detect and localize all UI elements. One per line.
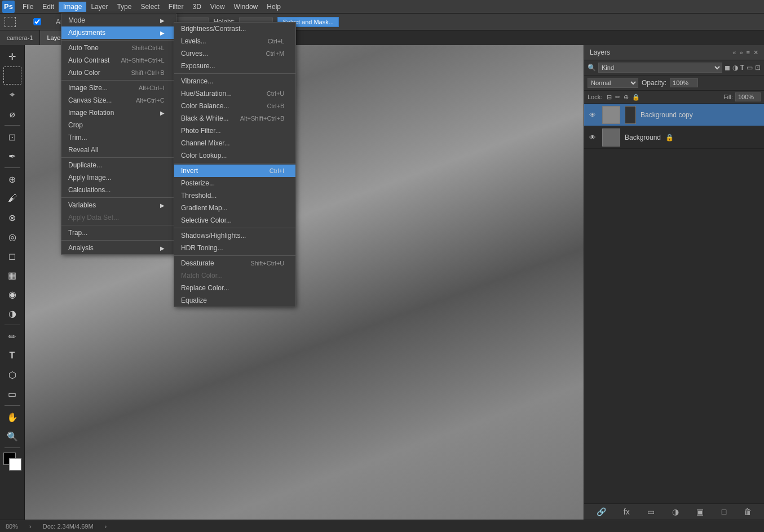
adj-curves[interactable]: Curves... Ctrl+M xyxy=(174,47,295,60)
layers-kind-select[interactable]: Kind xyxy=(598,63,722,73)
new-group-button[interactable]: ▣ xyxy=(696,507,704,516)
adj-shadows-highlights[interactable]: Shadows/Highlights... xyxy=(174,229,295,242)
adj-hdr-toning[interactable]: HDR Toning... xyxy=(174,242,295,254)
image-menu-apply-data-set[interactable]: Apply Data Set... xyxy=(61,211,176,224)
layer-visibility-eye-bg[interactable]: 👁 xyxy=(588,132,598,143)
lock-all-icon[interactable]: 🔒 xyxy=(632,94,640,101)
layer-visibility-eye[interactable]: 👁 xyxy=(588,110,598,120)
fill-input[interactable] xyxy=(735,92,761,101)
adj-replace-color[interactable]: Replace Color... xyxy=(174,282,295,294)
adj-black-white[interactable]: Black & White... Alt+Shift+Ctrl+B xyxy=(174,112,295,125)
pixel-filter-icon[interactable]: ◼ xyxy=(725,64,730,72)
menu-item-image[interactable]: Image xyxy=(59,2,86,12)
adj-hue-saturation[interactable]: Hue/Saturation... Ctrl+U xyxy=(174,87,295,100)
menu-item-view[interactable]: View xyxy=(206,2,229,12)
lock-pixels-icon[interactable]: ⊟ xyxy=(607,94,612,101)
blur-tool[interactable]: ◉ xyxy=(3,285,21,303)
zoom-tool[interactable]: 🔍 xyxy=(3,427,21,445)
shape-filter-icon[interactable]: ▭ xyxy=(747,64,753,72)
eyedropper-tool[interactable]: ✒ xyxy=(3,147,21,165)
add-mask-button[interactable]: ▭ xyxy=(647,507,655,516)
new-adjustment-button[interactable]: ◑ xyxy=(672,507,679,516)
adj-match-color[interactable]: Match Color... xyxy=(174,269,295,282)
eraser-tool[interactable]: ◻ xyxy=(3,247,21,265)
adj-equalize[interactable]: Equalize xyxy=(174,294,295,307)
adj-brightness-contrast[interactable]: Brightness/Contrast... xyxy=(174,23,295,35)
panel-menu-icon[interactable]: ≡ xyxy=(747,49,750,56)
layer-item-background-copy[interactable]: 👁 Background copy xyxy=(584,104,764,126)
background-color[interactable] xyxy=(9,458,21,471)
image-menu-calculations[interactable]: Calculations... xyxy=(61,184,176,196)
adj-color-balance[interactable]: Color Balance... Ctrl+B xyxy=(174,100,295,112)
layer-item-background[interactable]: 👁 Background 🔒 xyxy=(584,126,764,149)
panel-close-icon[interactable]: ✕ xyxy=(753,49,758,56)
adj-vibrance[interactable]: Vibrance... xyxy=(174,75,295,87)
image-menu-variables[interactable]: Variables ▶ xyxy=(61,199,176,211)
menu-item-filter[interactable]: Filter xyxy=(164,2,188,12)
hand-tool[interactable]: ✋ xyxy=(3,408,21,426)
image-menu-canvas-size[interactable]: Canvas Size... Alt+Ctrl+C xyxy=(61,94,176,107)
adj-gradient-map[interactable]: Gradient Map... xyxy=(174,202,295,214)
menu-item-type[interactable]: Type xyxy=(112,2,136,12)
menu-item-layer[interactable]: Layer xyxy=(86,2,112,12)
adjustment-filter-icon[interactable]: ◑ xyxy=(732,64,738,72)
shape-tool[interactable]: ▭ xyxy=(3,385,21,403)
image-menu-crop[interactable]: Crop xyxy=(61,119,176,131)
gradient-tool[interactable]: ▦ xyxy=(3,266,21,284)
image-menu-image-rotation[interactable]: Image Rotation ▶ xyxy=(61,107,176,119)
history-tool[interactable]: ◎ xyxy=(3,228,21,246)
adj-color-lookup[interactable]: Color Lookup... xyxy=(174,149,295,162)
adj-selective-color[interactable]: Selective Color... xyxy=(174,214,295,227)
crop-tool[interactable]: ⊡ xyxy=(3,128,21,146)
move-tool[interactable]: ✛ xyxy=(3,47,21,65)
adj-levels[interactable]: Levels... Ctrl+L xyxy=(174,35,295,47)
image-menu-auto-contrast[interactable]: Auto Contrast Alt+Shift+Ctrl+L xyxy=(61,54,176,66)
new-layer-button[interactable]: □ xyxy=(722,507,726,516)
image-menu-auto-color[interactable]: Auto Color Shift+Ctrl+B xyxy=(61,66,176,79)
link-layers-button[interactable]: 🔗 xyxy=(597,507,606,516)
lock-position-icon[interactable]: ✏ xyxy=(615,94,620,101)
image-menu-apply-image[interactable]: Apply Image... xyxy=(61,171,176,184)
dodge-tool[interactable]: ◑ xyxy=(3,304,21,322)
pen-tool[interactable]: ✏ xyxy=(3,327,21,345)
menu-item-file[interactable]: File xyxy=(18,2,38,12)
marquee-tool[interactable] xyxy=(3,66,21,85)
lock-art-icon[interactable]: ⊕ xyxy=(624,94,629,101)
menu-item-window[interactable]: Window xyxy=(229,2,263,12)
image-menu-trap[interactable]: Trap... xyxy=(61,227,176,239)
adj-threshold[interactable]: Threshold... xyxy=(174,189,295,202)
opacity-input[interactable] xyxy=(670,78,698,87)
image-menu-mode[interactable]: Mode ▶ xyxy=(61,14,176,26)
lasso-tool[interactable]: ⌖ xyxy=(3,86,21,104)
image-menu-trim[interactable]: Trim... xyxy=(61,131,176,144)
adj-exposure[interactable]: Exposure... xyxy=(174,60,295,72)
type-tool[interactable]: T xyxy=(3,347,21,365)
blend-mode-select[interactable]: Normal xyxy=(588,78,638,88)
adj-desaturate[interactable]: Desaturate Shift+Ctrl+U xyxy=(174,257,295,269)
image-menu-reveal-all[interactable]: Reveal All xyxy=(61,144,176,156)
image-menu-adjustments[interactable]: Adjustments ▶ xyxy=(61,26,176,39)
image-menu-auto-tone[interactable]: Auto Tone Shift+Ctrl+L xyxy=(61,42,176,54)
adj-invert[interactable]: Invert Ctrl+I xyxy=(174,165,295,177)
fx-button[interactable]: fx xyxy=(624,507,630,516)
delete-layer-button[interactable]: 🗑 xyxy=(744,507,752,516)
menu-item-help[interactable]: Help xyxy=(262,2,285,12)
anti-alias-check[interactable] xyxy=(20,18,54,25)
adj-posterize[interactable]: Posterize... xyxy=(174,177,295,189)
type-filter-icon[interactable]: T xyxy=(740,64,744,72)
menu-item-select[interactable]: Select xyxy=(136,2,164,12)
menu-item-edit[interactable]: Edit xyxy=(38,2,59,12)
brush-tool[interactable]: 🖌 xyxy=(3,189,21,207)
tab-camera1[interactable]: camera-1 xyxy=(0,30,40,45)
image-menu-duplicate[interactable]: Duplicate... xyxy=(61,159,176,171)
menu-item-3d[interactable]: 3D xyxy=(188,2,205,12)
image-menu-analysis[interactable]: Analysis ▶ xyxy=(61,242,176,254)
smart-filter-icon[interactable]: ⊡ xyxy=(755,64,761,72)
panel-collapse-icon[interactable]: « xyxy=(732,49,736,56)
image-menu-image-size[interactable]: Image Size... Alt+Ctrl+I xyxy=(61,82,176,94)
healing-tool[interactable]: ⊕ xyxy=(3,170,21,188)
clone-tool[interactable]: ⊗ xyxy=(3,209,21,227)
adj-photo-filter[interactable]: Photo Filter... xyxy=(174,125,295,137)
path-tool[interactable]: ⬡ xyxy=(3,366,21,384)
magic-wand-tool[interactable]: ⌀ xyxy=(3,105,21,123)
